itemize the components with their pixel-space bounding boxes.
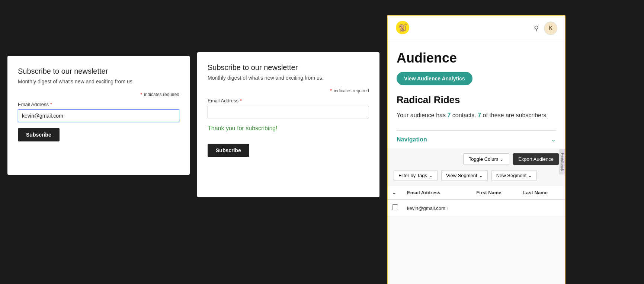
- email-required-star-2: *: [240, 98, 242, 103]
- row-email-value: kevin@gmail.com: [407, 205, 445, 211]
- avatar[interactable]: K: [544, 22, 557, 35]
- toggle-columns-button[interactable]: Toggle Colum ⌄: [463, 153, 510, 165]
- contacts-description: Your audience has 7 contacts. 7 of these…: [397, 111, 556, 120]
- col-expand: ⌄: [388, 186, 403, 200]
- filter-row: Filter by Tags ⌄ View Segment ⌄ New Segm…: [388, 170, 565, 186]
- chevron-down-icon-filter: ⌄: [429, 173, 433, 178]
- row-first-cell: [472, 200, 519, 216]
- row-checkbox[interactable]: [392, 204, 398, 210]
- panel1-subscribe-button[interactable]: Subscribe: [18, 128, 60, 141]
- chevron-down-icon-toggle: ⌄: [500, 156, 504, 162]
- mailchimp-panel: 🐒 ⚲ K Audience View Audience Analytics R…: [387, 15, 565, 284]
- email-required-star: *: [50, 102, 52, 107]
- chevron-down-icon: ⌄: [551, 136, 556, 143]
- col-first-header[interactable]: First Name: [472, 186, 519, 200]
- col-last-header[interactable]: Last Name: [519, 186, 565, 200]
- panel2-email-input[interactable]: [208, 106, 369, 118]
- panel2-title: Subscribe to our newsletter: [208, 63, 369, 72]
- subscribe-form-panel-1: Subscribe to our newsletter Monthly dige…: [7, 56, 190, 175]
- filter-by-tags-button[interactable]: Filter by Tags ⌄: [394, 170, 438, 181]
- required-star-icon: *: [140, 92, 142, 97]
- row-last-cell: [519, 200, 565, 216]
- panel2-subtitle: Monthly digest of what's new and excitin…: [208, 75, 369, 81]
- col-email-header[interactable]: Email Address: [403, 186, 472, 200]
- view-audience-analytics-button[interactable]: View Audience Analytics: [397, 72, 472, 85]
- mc-table-area: Toggle Colum ⌄ Export Audience Feedback …: [388, 148, 565, 216]
- chevron-down-icon-new-segment: ⌄: [528, 173, 532, 178]
- feedback-tab[interactable]: Feedback: [559, 149, 565, 174]
- navigation-label: Navigation: [397, 136, 427, 143]
- panel2-required-note: * indicates required: [208, 88, 369, 93]
- panel2-thank-you: Thank you for subscribing!: [208, 125, 369, 132]
- table-row: kevin@gmail.com ›: [388, 200, 565, 216]
- table-actions: Toggle Colum ⌄ Export Audience Feedback: [388, 153, 565, 170]
- panel1-subtitle: Monthly digest of what's new and excitin…: [18, 79, 179, 84]
- row-chevron-icon: ›: [446, 205, 448, 211]
- required-star-icon-2: *: [330, 88, 332, 93]
- panel1-title: Subscribe to our newsletter: [18, 67, 179, 76]
- panel1-email-input[interactable]: [18, 109, 179, 122]
- navigation-section[interactable]: Navigation ⌄: [397, 130, 556, 148]
- mc-body: Audience View Audience Analytics Radical…: [388, 41, 565, 148]
- mc-logo: 🐒: [395, 20, 410, 36]
- subscribe-form-panel-2: Subscribe to our newsletter Monthly dige…: [197, 52, 379, 197]
- audience-table: ⌄ Email Address First Name Last Name kev…: [388, 186, 565, 216]
- mc-header: 🐒 ⚲ K: [388, 16, 565, 41]
- contacts-count: 7: [447, 112, 451, 118]
- audience-name: Radical Rides: [397, 94, 556, 106]
- view-segment-button[interactable]: View Segment ⌄: [441, 170, 488, 181]
- mc-header-right: ⚲ K: [534, 22, 557, 35]
- row-checkbox-cell: [388, 200, 403, 216]
- panel2-email-label: Email Address *: [208, 98, 369, 103]
- row-email-cell: kevin@gmail.com ›: [403, 200, 472, 216]
- page-title: Audience: [397, 50, 556, 66]
- panel1-email-label: Email Address *: [18, 102, 179, 107]
- svg-text:🐒: 🐒: [398, 23, 407, 32]
- panel1-required-note: * indicates required: [18, 92, 179, 97]
- new-segment-button[interactable]: New Segment ⌄: [491, 170, 537, 181]
- panel2-subscribe-button[interactable]: Subscribe: [208, 144, 249, 157]
- table-header-row: ⌄ Email Address First Name Last Name: [388, 186, 565, 200]
- export-audience-button[interactable]: Export Audience: [513, 153, 559, 165]
- subscribers-count: 7: [478, 112, 481, 118]
- search-icon[interactable]: ⚲: [534, 24, 539, 32]
- chevron-down-icon-segment: ⌄: [479, 173, 483, 178]
- table-wrapper: ⌄ Email Address First Name Last Name kev…: [388, 186, 565, 216]
